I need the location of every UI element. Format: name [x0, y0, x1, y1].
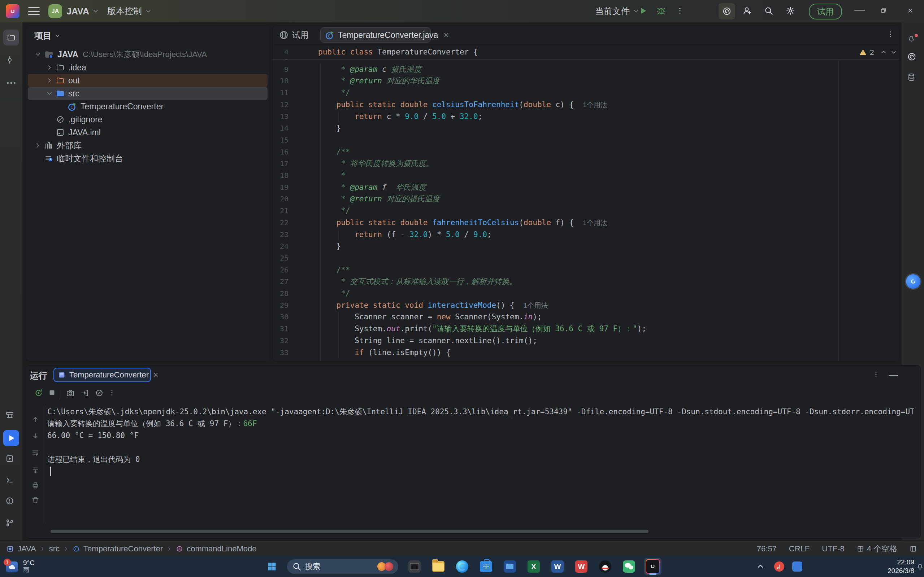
- sidebar-item-services[interactable]: [5, 454, 17, 466]
- sidebar-item-commit[interactable]: [5, 56, 17, 67]
- tray-chevron-up[interactable]: [756, 562, 766, 572]
- stop-button[interactable]: [48, 388, 59, 400]
- layout-widget[interactable]: [909, 545, 917, 553]
- prev-warning-button[interactable]: [880, 49, 887, 56]
- clear-console-button[interactable]: [31, 496, 42, 506]
- breadcrumb-item[interactable]: JAVA: [17, 544, 36, 554]
- encoding-widget[interactable]: UTF-8: [822, 544, 844, 554]
- taskbar-app-mail[interactable]: [501, 558, 519, 575]
- sidebar-item-problems[interactable]: [5, 496, 17, 508]
- breadcrumb-item[interactable]: commandLineMode: [187, 544, 256, 554]
- run-config-selector[interactable]: 当前文件: [595, 5, 640, 17]
- settings-button[interactable]: [786, 6, 796, 17]
- maximize-button[interactable]: [880, 7, 889, 16]
- taskbar-app-edge[interactable]: [454, 558, 471, 575]
- edit-config-button[interactable]: [95, 388, 106, 400]
- taskbar-app-idea[interactable]: IJ: [644, 558, 661, 575]
- toolbar-separator: [60, 389, 60, 400]
- close-icon[interactable]: [152, 372, 159, 378]
- taskbar-app-monitor[interactable]: [406, 558, 423, 575]
- scroll-up-button[interactable]: [31, 415, 42, 425]
- assistant-logo-button[interactable]: [906, 274, 921, 288]
- taskbar-app-excel[interactable]: X: [525, 558, 542, 575]
- sidebar-item-build[interactable]: [5, 411, 17, 422]
- notifications-button[interactable]: [907, 34, 919, 45]
- chevron-right-icon[interactable]: [46, 77, 53, 84]
- editor-lens-trial[interactable]: 试用: [279, 29, 309, 42]
- rerun-button[interactable]: [34, 388, 45, 400]
- inspections-widget[interactable]: 2: [859, 47, 897, 58]
- project-avatar[interactable]: JA: [48, 4, 62, 18]
- taskbar-search[interactable]: 搜索: [287, 559, 398, 574]
- taskbar-app-store[interactable]: [477, 558, 495, 575]
- vcs-selector[interactable]: 版本控制: [107, 5, 152, 17]
- sidebar-item-run[interactable]: [3, 430, 19, 446]
- run-tab-temperatureconverter[interactable]: TemperatureConverter: [53, 368, 151, 382]
- scroll-down-button[interactable]: [31, 432, 42, 442]
- line-separator-widget[interactable]: CRLF: [789, 544, 809, 554]
- sidebar-item-terminal[interactable]: [5, 476, 17, 487]
- breadcrumb-item[interactable]: src: [49, 544, 60, 554]
- chevron-right-icon[interactable]: [46, 64, 53, 71]
- debug-button[interactable]: [656, 6, 667, 17]
- tray-icon-blue[interactable]: [792, 561, 802, 572]
- ai-chat-button[interactable]: [907, 52, 919, 63]
- taskbar-app-explorer[interactable]: [430, 558, 447, 575]
- soft-wrap-button[interactable]: [31, 449, 42, 459]
- tree-row-out[interactable]: out: [28, 74, 268, 87]
- notification-center-button[interactable]: [916, 562, 924, 571]
- editor-tab-temperatureconverter[interactable]: CTemperatureConverter.java: [320, 27, 431, 43]
- project-selector[interactable]: JAVA: [66, 5, 99, 17]
- minimize-button[interactable]: [854, 10, 865, 11]
- scroll-to-end-button[interactable]: [31, 467, 42, 477]
- tree-row-.gitignore[interactable]: .gitignore: [28, 113, 268, 126]
- tree-row-TemperatureConverter[interactable]: CTemperatureConverter: [28, 100, 268, 113]
- taskbar-app-word[interactable]: W: [549, 558, 566, 575]
- console-more-button[interactable]: [108, 388, 119, 400]
- run-panel-options-button[interactable]: [872, 371, 881, 380]
- indent-widget[interactable]: 4 个空格: [857, 543, 897, 554]
- tree-row-临时文件和控制台[interactable]: 临时文件和控制台: [28, 152, 268, 165]
- tree-row-外部库[interactable]: 外部库: [28, 139, 268, 152]
- chevron-right-icon[interactable]: [34, 142, 42, 149]
- chevron-down-icon: [145, 8, 152, 15]
- console-h-scrollbar[interactable]: [50, 530, 648, 533]
- tree-row-JAVA[interactable]: JAVAC:\Users\朱彦硕\IdeaProjects\JAVA: [28, 48, 268, 61]
- close-button[interactable]: [907, 7, 916, 16]
- more-actions-button[interactable]: [676, 7, 685, 16]
- taskbar-app-wechat[interactable]: [620, 558, 638, 575]
- tree-row-.idea[interactable]: .idea: [28, 61, 268, 74]
- caret-position-widget[interactable]: 76:57: [757, 544, 777, 554]
- database-button[interactable]: [907, 73, 919, 84]
- weather-widget[interactable]: 1 9°C 雨: [5, 558, 35, 575]
- sidebar-item-git[interactable]: [5, 519, 17, 530]
- clock-date: 2026/3/8: [887, 567, 914, 575]
- close-icon[interactable]: [443, 32, 449, 38]
- taskbar-clock[interactable]: 22:092026/3/8: [874, 558, 914, 575]
- chevron-down-icon[interactable]: [34, 51, 42, 58]
- search-everywhere-button[interactable]: [764, 6, 775, 17]
- run-panel-hide-button[interactable]: [888, 375, 898, 376]
- taskbar-app-qq[interactable]: [596, 558, 614, 575]
- taskbar-app-wps[interactable]: W: [573, 558, 590, 575]
- code-with-me-button[interactable]: [742, 6, 753, 17]
- hamburger-menu-icon[interactable]: [28, 6, 40, 16]
- attach-debugger-button[interactable]: [81, 388, 91, 400]
- thread-dump-button[interactable]: [66, 388, 77, 400]
- sidebar-item-more[interactable]: [5, 77, 17, 89]
- tray-icon-red[interactable]: [774, 561, 784, 572]
- project-panel-header[interactable]: 项目: [34, 29, 61, 42]
- print-button[interactable]: [31, 481, 42, 492]
- sidebar-item-project[interactable]: [3, 30, 19, 45]
- ai-assistant-button[interactable]: [719, 3, 735, 19]
- next-warning-button[interactable]: [890, 49, 897, 56]
- start-button[interactable]: [264, 559, 279, 574]
- code-line-16: 16 /**: [273, 146, 900, 158]
- trial-button[interactable]: 试用: [809, 3, 842, 19]
- tree-row-src[interactable]: src: [28, 87, 268, 100]
- tab-options-button[interactable]: [887, 30, 896, 40]
- chevron-down-icon[interactable]: [46, 90, 53, 97]
- tree-row-JAVA.iml[interactable]: JAVA.iml: [28, 126, 268, 139]
- run-button[interactable]: [638, 6, 649, 17]
- breadcrumb-item[interactable]: TemperatureConverter: [83, 544, 163, 554]
